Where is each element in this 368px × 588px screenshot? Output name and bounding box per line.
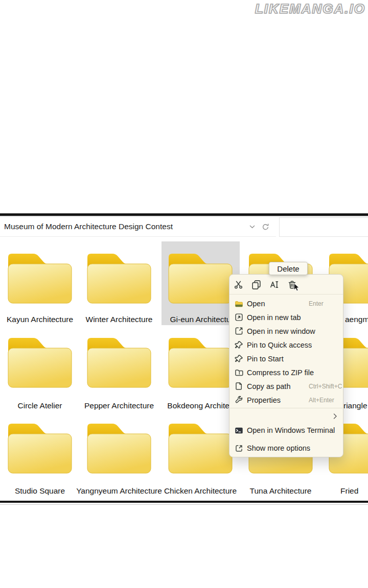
folder-label[interactable]: riangle [343, 401, 367, 411]
panel-border-bottom [0, 501, 368, 503]
folder-icon [86, 336, 152, 388]
zip-icon [235, 368, 243, 377]
cut-icon [234, 280, 243, 289]
panel-border-top [0, 213, 368, 216]
context-menu-items: OpenEnterOpen in new tabOpen in new wind… [229, 295, 343, 456]
menu-item-label: Open in Windows Terminal [247, 426, 335, 434]
folder[interactable] [168, 422, 233, 474]
copy-path-icon [235, 382, 243, 390]
menu-item-label: Show more options [247, 444, 310, 452]
folder-icon [7, 336, 73, 388]
folder-icon [86, 422, 152, 474]
folder-label[interactable]: Tuna Architecture [237, 486, 324, 497]
folder-label[interactable]: Pepper Architecture [76, 401, 163, 411]
page: LIKEMANGA.IO Museum of Modern Architectu… [0, 0, 368, 588]
menu-item-shortcut: Alt+Enter [309, 397, 334, 404]
search-input[interactable] [279, 217, 368, 237]
menu-item-label: Open in new window [247, 327, 315, 335]
menu-item-properties[interactable]: PropertiesAlt+Enter [229, 393, 343, 407]
folder-label[interactable]: Studio Square [0, 486, 83, 497]
properties-icon [235, 396, 243, 404]
folder[interactable] [7, 336, 73, 388]
folder-icon [86, 252, 152, 304]
chevron-down-icon [249, 225, 256, 229]
menu-item-label: Open [247, 300, 265, 308]
site-watermark: LIKEMANGA.IO [255, 1, 365, 17]
panel-border-bottom-shadow [0, 504, 368, 505]
folder[interactable] [7, 422, 73, 474]
mouse-cursor [293, 283, 300, 291]
menu-item-open-in-windows-terminal[interactable]: Open in Windows Terminal [229, 423, 343, 438]
address-bar[interactable]: Museum of Modern Architecture Design Con… [0, 217, 276, 237]
delete-tooltip: Delete [269, 262, 308, 275]
chevron-right-icon [333, 413, 337, 420]
folder-icon [168, 422, 233, 474]
folder-label[interactable]: Circle Atelier [0, 401, 83, 411]
menu-item-submenu[interactable] [229, 409, 343, 423]
pin-icon [235, 340, 243, 349]
menu-item-open-in-new-tab[interactable]: Open in new tab [229, 310, 343, 324]
address-bar-text[interactable]: Museum of Modern Architecture Design Con… [4, 222, 245, 231]
terminal-icon [235, 426, 243, 435]
menu-item-shortcut: Ctrl+Shift+C [309, 383, 342, 390]
folder-label[interactable]: Yangnyeum Architecture [76, 486, 163, 497]
folder-icon [168, 336, 233, 388]
menu-item-label: Properties [247, 396, 281, 404]
menu-item-pin-to-start[interactable]: Pin to Start [229, 352, 343, 365]
menu-separator [230, 408, 342, 408]
menu-item-shortcut: Enter [309, 300, 324, 307]
menu-item-label: Pin to Quick access [247, 341, 312, 349]
open-new-window-icon [235, 327, 243, 335]
folder-icon [7, 422, 73, 474]
folder-icon [7, 252, 73, 304]
menu-item-label: Pin to Start [247, 355, 284, 363]
pin-icon [235, 354, 243, 363]
folder-label[interactable]: Winter Architecture [76, 315, 163, 325]
folder[interactable] [168, 336, 233, 388]
folder[interactable] [7, 252, 73, 304]
copy-icon [251, 280, 261, 289]
context-menu-quick-actions [229, 275, 343, 295]
folder[interactable] [86, 252, 152, 304]
menu-item-show-more-options[interactable]: Show more options [229, 440, 343, 456]
cut-button[interactable] [232, 278, 244, 290]
menu-item-open-in-new-window[interactable]: Open in new window [229, 324, 343, 338]
folder-label[interactable]: Chicken Architecture [157, 486, 244, 497]
folder-label[interactable]: Fried [340, 486, 358, 497]
folder-icon [168, 252, 233, 304]
open-new-tab-icon [235, 313, 243, 322]
menu-item-label: Compress to ZIP file [247, 369, 314, 377]
folder[interactable] [86, 422, 152, 474]
folder-label[interactable]: aengmy [345, 315, 368, 325]
menu-item-label: Open in new tab [247, 313, 301, 322]
menu-item-copy-as-path[interactable]: Copy as pathCtrl+Shift+C [229, 379, 343, 393]
menu-item-compress-to-zip-file[interactable]: Compress to ZIP file [229, 365, 343, 379]
folder-label[interactable]: Kayun Architecture [0, 315, 83, 325]
menu-item-label: Copy as path [247, 382, 290, 390]
refresh-button[interactable] [259, 220, 272, 233]
refresh-icon [261, 223, 270, 231]
folder[interactable] [168, 252, 233, 304]
folder[interactable] [86, 336, 152, 388]
show-more-icon [235, 444, 243, 453]
copy-button[interactable] [250, 278, 262, 290]
context-menu: OpenEnterOpen in new tabOpen in new wind… [229, 274, 343, 457]
rename-icon [269, 280, 279, 289]
blank-icon [235, 412, 243, 421]
open-folder-icon [235, 299, 243, 308]
address-dropdown-button[interactable] [245, 220, 259, 233]
menu-item-open[interactable]: OpenEnter [229, 297, 343, 310]
menu-item-pin-to-quick-access[interactable]: Pin to Quick access [229, 338, 343, 352]
rename-button[interactable] [268, 278, 280, 290]
